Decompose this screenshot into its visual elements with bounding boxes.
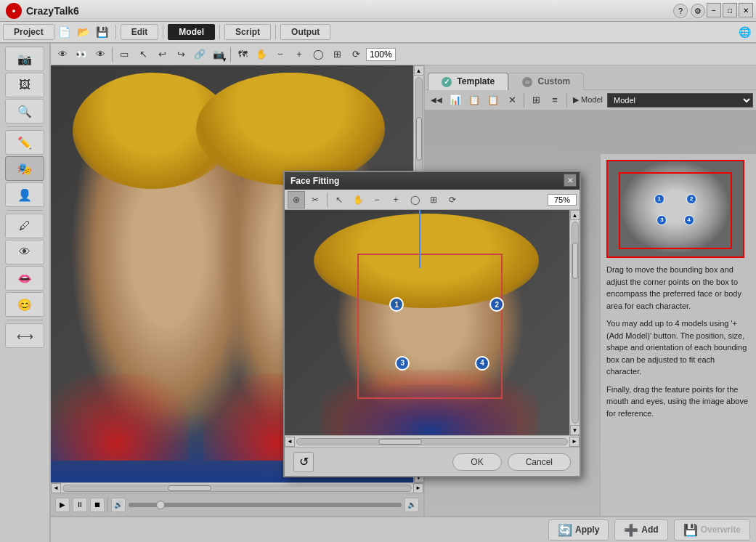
dialog-hand-btn[interactable]: ✋: [349, 191, 367, 209]
sidebar-mouth-btn[interactable]: 👄: [5, 266, 44, 291]
dialog-scroll-right[interactable]: ►: [569, 437, 580, 447]
dialog-vscrollbar[interactable]: ▲ ▼: [569, 210, 580, 435]
sidebar-image-btn[interactable]: 🖼: [5, 73, 44, 97]
tab-template[interactable]: ✓ Template: [428, 73, 508, 90]
dialog-add-point-btn[interactable]: ⊕: [288, 191, 305, 209]
dialog-point-3[interactable]: 3: [395, 356, 410, 371]
vscroll-thumb[interactable]: [416, 117, 422, 161]
dialog-cursor-btn[interactable]: ↖: [330, 191, 348, 209]
ref-point-3[interactable]: 3: [657, 215, 667, 225]
rt-tool4[interactable]: 📋: [484, 92, 502, 109]
tab-model[interactable]: Model: [168, 24, 215, 40]
dialog-scroll-up[interactable]: ▲: [570, 210, 580, 220]
tab-script[interactable]: Script: [224, 24, 271, 40]
dialog-ok-button[interactable]: OK: [452, 453, 501, 471]
sidebar-camera-btn[interactable]: 📷: [5, 46, 44, 71]
dialog-point-1[interactable]: 1: [389, 297, 404, 312]
dialog-cancel-button[interactable]: Cancel: [508, 453, 571, 471]
model-select[interactable]: Model: [607, 93, 753, 108]
scroll-right-arrow[interactable]: ►: [413, 483, 423, 493]
tool-eye1[interactable]: 👁: [54, 46, 71, 63]
dialog-cursor-line: [419, 210, 420, 268]
audio-level-button[interactable]: 🔉: [405, 498, 419, 512]
tool-zoom-out[interactable]: −: [272, 46, 289, 63]
dialog-scroll-down[interactable]: ▼: [570, 425, 580, 435]
apply-button[interactable]: 🔄 Apply: [548, 519, 609, 541]
tool-transform[interactable]: ⟳: [347, 46, 365, 63]
rt-tool1[interactable]: ◀◀: [428, 92, 445, 109]
sidebar-eye-btn[interactable]: 👁: [5, 240, 44, 264]
pause-button[interactable]: ⏸: [73, 498, 87, 512]
sidebar-head-btn[interactable]: 👤: [5, 182, 44, 207]
rt-view1[interactable]: ⊞: [527, 92, 545, 109]
dialog-zoom-out-btn[interactable]: −: [368, 191, 386, 209]
stop-button[interactable]: ⏹: [90, 498, 105, 512]
settings-icon[interactable]: ⚙: [691, 4, 705, 18]
tool-cursor[interactable]: ↖: [134, 46, 152, 63]
tab-output[interactable]: Output: [280, 24, 330, 40]
sidebar-edit-btn[interactable]: ✏️: [5, 130, 44, 155]
help-icon[interactable]: ?: [673, 4, 688, 18]
dialog-canvas[interactable]: 1 2 3 4 ▲ ▼: [285, 210, 580, 435]
dialog-grid-btn[interactable]: ⊞: [425, 191, 442, 209]
rt-delete[interactable]: ✕: [503, 92, 521, 109]
overwrite-button[interactable]: 💾 Overwrite: [674, 519, 750, 541]
dialog-point-4[interactable]: 4: [475, 356, 489, 371]
3d-view-button[interactable]: 🌐: [736, 23, 753, 41]
dialog-transform-btn[interactable]: ⟳: [444, 191, 461, 209]
save-button[interactable]: 💾: [94, 23, 111, 41]
canvas-hscrollbar[interactable]: ◄ ►: [51, 482, 423, 493]
tool-grid[interactable]: ⊞: [328, 46, 346, 63]
tab-edit[interactable]: Edit: [121, 24, 159, 40]
tool-redo[interactable]: ↪: [172, 46, 190, 63]
new-doc-button[interactable]: 📄: [56, 23, 73, 41]
tool-hand[interactable]: ✋: [253, 46, 270, 63]
volume-button[interactable]: 🔊: [111, 498, 126, 512]
sidebar-face-btn[interactable]: 🎭: [5, 156, 44, 181]
tool-link[interactable]: 🔗: [191, 46, 208, 63]
scroll-left-arrow[interactable]: ◄: [51, 483, 61, 493]
tab-custom[interactable]: ○ Custom: [508, 73, 584, 90]
dialog-scroll-left[interactable]: ◄: [285, 437, 295, 447]
rt-view2[interactable]: ≡: [546, 92, 564, 109]
top-toolbar: 👁 👀 👁 ▭ ↖ ↩ ↪ 🔗 📷 ▼ 🗺 ✋ − + ◯ ⊞ ⟳ 100%: [51, 44, 756, 65]
tool-select[interactable]: ▭: [115, 46, 133, 63]
maximize-button[interactable]: □: [723, 3, 737, 17]
tool-zoom-in[interactable]: +: [290, 46, 308, 63]
hscroll-thumb[interactable]: [168, 485, 211, 491]
dialog-footer-right: OK Cancel: [452, 453, 571, 471]
tool-eye3[interactable]: 👁: [92, 46, 109, 63]
add-button[interactable]: ➕ Add: [614, 519, 667, 541]
dialog-mask-btn[interactable]: ◯: [406, 191, 423, 209]
open-button[interactable]: 📂: [75, 23, 92, 41]
tab-project[interactable]: Project: [3, 24, 54, 40]
ref-point-2[interactable]: 2: [686, 194, 696, 204]
play-button[interactable]: ▶: [55, 498, 70, 512]
rt-tool2[interactable]: 📊: [447, 92, 464, 109]
timeline-thumb[interactable]: [156, 501, 165, 509]
tool-eye2[interactable]: 👀: [73, 46, 90, 63]
dialog-hscrollbar[interactable]: ◄ ►: [285, 435, 580, 447]
close-button[interactable]: ✕: [739, 3, 753, 17]
sidebar-brush-btn[interactable]: 🖊: [5, 214, 44, 238]
dialog-zoom-in-btn[interactable]: +: [387, 191, 405, 209]
sidebar-arrows-btn[interactable]: ⟷: [5, 323, 44, 348]
timeline-slider[interactable]: [129, 503, 402, 507]
sidebar-person-btn[interactable]: 😊: [5, 292, 44, 317]
ref-point-4[interactable]: 4: [684, 215, 694, 225]
dialog-vthumb[interactable]: [572, 243, 578, 279]
dialog-close-button[interactable]: ✕: [564, 174, 577, 187]
tool-nav[interactable]: 🗺: [234, 46, 251, 63]
ref-point-1[interactable]: 1: [654, 194, 664, 204]
dialog-hthumb[interactable]: [378, 439, 422, 445]
rt-tool3[interactable]: 📋: [466, 92, 483, 109]
dialog-reset-button[interactable]: ↺: [293, 452, 314, 472]
tool-mask[interactable]: ◯: [309, 46, 327, 63]
dialog-point-2[interactable]: 2: [489, 297, 504, 312]
tool-undo[interactable]: ↩: [153, 46, 171, 63]
scroll-up-arrow[interactable]: ▲: [414, 65, 424, 76]
minimize-button[interactable]: −: [707, 3, 721, 17]
sidebar-search-btn[interactable]: 🔍: [5, 99, 44, 124]
face-fitting-dialog: Face Fitting ✕ ⊕ ✂ ↖ ✋ − + ◯ ⊞ ⟳ 75%: [283, 171, 581, 477]
dialog-remove-point-btn[interactable]: ✂: [306, 191, 324, 209]
